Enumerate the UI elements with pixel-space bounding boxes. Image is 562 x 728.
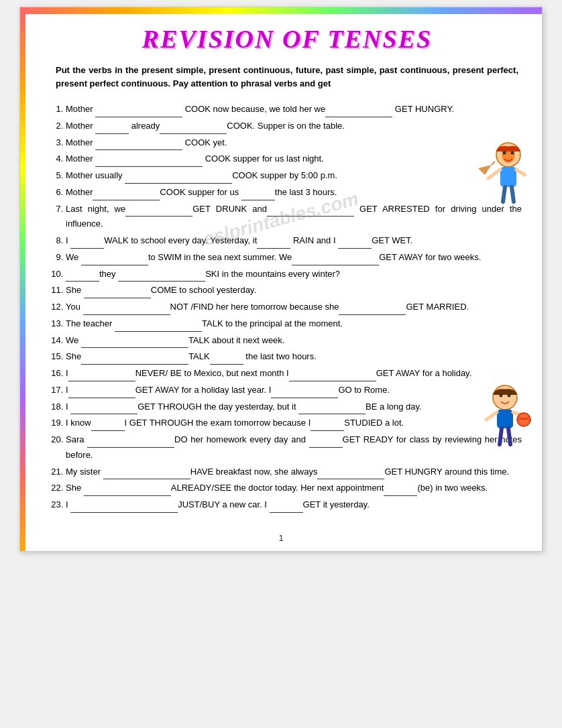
list-item: Sara DO her homework every day and GET R… <box>66 432 522 463</box>
blank[interactable] <box>81 339 188 348</box>
svg-line-16 <box>500 428 502 444</box>
list-item: She ALREADY/SEE the doctor today. Her ne… <box>66 481 522 496</box>
blank[interactable] <box>95 141 182 150</box>
list-item: Last night, weGET DRUNK and GET ARRESTED… <box>66 202 522 233</box>
list-item: Mother usually COOK supper by 5:00 p.m. <box>66 168 522 184</box>
blank[interactable] <box>115 322 202 332</box>
list-item: You NOT /FIND her here tomorrow because … <box>66 300 522 315</box>
blank[interactable] <box>93 191 160 200</box>
page-title: REVISION OF TENSES <box>52 24 522 54</box>
blank[interactable] <box>160 125 227 134</box>
blank[interactable] <box>309 438 343 448</box>
svg-line-8 <box>512 187 514 202</box>
blank[interactable] <box>338 239 372 249</box>
blank[interactable] <box>70 239 104 249</box>
blank[interactable] <box>91 422 125 431</box>
blank[interactable] <box>257 239 290 249</box>
list-item: they SKI in the mountains every winter? <box>66 267 522 282</box>
blank[interactable] <box>81 355 188 365</box>
blank[interactable] <box>125 207 192 217</box>
svg-point-10 <box>493 385 517 410</box>
svg-rect-13 <box>497 410 513 428</box>
blank[interactable] <box>66 272 99 282</box>
cartoon-bottom-right <box>471 383 532 457</box>
svg-line-6 <box>516 170 525 175</box>
list-item: Mother alreadyCOOK. Supper is on the tab… <box>66 119 522 134</box>
exercises-container: Mother COOK now because, we told her we … <box>52 102 522 513</box>
blank[interactable] <box>103 470 190 479</box>
list-item: INEVER/ BE to Mexico, but next month IGE… <box>66 366 522 381</box>
blank[interactable] <box>83 306 170 315</box>
list-item: Mother COOK now because, we told her we … <box>66 102 522 117</box>
top-border <box>20 7 542 14</box>
blank[interactable] <box>70 503 178 513</box>
svg-point-2 <box>503 151 506 155</box>
left-border <box>20 14 25 551</box>
cartoon-top-right <box>468 141 528 215</box>
svg-line-7 <box>503 187 505 202</box>
blank[interactable] <box>267 207 354 217</box>
svg-line-5 <box>488 170 500 178</box>
blank[interactable] <box>311 422 344 431</box>
blank[interactable] <box>325 108 392 117</box>
list-item: We TALK about it next week. <box>66 333 522 349</box>
blank[interactable] <box>289 372 376 381</box>
svg-line-17 <box>508 428 510 444</box>
list-item: We to SWIM in the sea next summer. WeGET… <box>66 250 522 265</box>
blank[interactable] <box>68 389 135 398</box>
svg-rect-4 <box>500 167 516 187</box>
blank[interactable] <box>339 306 406 315</box>
page: REVISION OF TENSES Put the verbs in the … <box>19 7 543 552</box>
svg-point-12 <box>508 394 511 398</box>
list-item: IGET AWAY for a holiday last year. IGO t… <box>66 383 522 398</box>
list-item: The teacher TALK to the principal at the… <box>66 316 522 332</box>
list-item: I knowI GET THROUGH the exam tomorrow be… <box>66 416 522 431</box>
svg-line-9 <box>492 162 495 165</box>
blank[interactable] <box>298 405 366 414</box>
blank[interactable] <box>87 438 174 448</box>
instructions: Put the verbs in the present simple, pre… <box>52 64 522 90</box>
svg-line-14 <box>486 412 497 420</box>
blank[interactable] <box>384 487 417 496</box>
blank[interactable] <box>125 174 232 184</box>
svg-point-3 <box>511 151 514 155</box>
list-item: I GET THROUGH the day yesterday, but it … <box>66 400 522 415</box>
list-item: SheTALK the last two hours. <box>66 349 522 365</box>
blank[interactable] <box>95 108 182 117</box>
blank[interactable] <box>118 272 205 282</box>
svg-point-11 <box>500 394 503 398</box>
blank[interactable] <box>95 125 129 134</box>
blank[interactable] <box>292 256 379 265</box>
list-item: I JUST/BUY a new car. I GET it yesterday… <box>66 497 522 513</box>
blank[interactable] <box>84 487 171 496</box>
list-item: My sister HAVE breakfast now, she always… <box>66 465 522 480</box>
blank[interactable] <box>84 289 151 298</box>
blank[interactable] <box>241 191 275 200</box>
list-item: MotherCOOK supper for us the last 3 hour… <box>66 185 522 200</box>
blank[interactable] <box>81 256 148 265</box>
blank[interactable] <box>68 372 135 381</box>
blank[interactable] <box>95 158 203 167</box>
blank[interactable] <box>270 503 303 513</box>
list-item: Mother COOK yet. <box>66 135 522 151</box>
blank[interactable] <box>317 470 384 479</box>
blank[interactable] <box>210 355 243 365</box>
list-item: I WALK to school every day. Yesterday, i… <box>66 233 522 249</box>
blank[interactable] <box>271 389 338 398</box>
list-item: She COME to school yesterday. <box>66 283 522 298</box>
footer: 1 <box>20 528 542 551</box>
blank[interactable] <box>70 405 137 414</box>
list-item: Mother COOK supper for us last night. <box>66 151 522 167</box>
